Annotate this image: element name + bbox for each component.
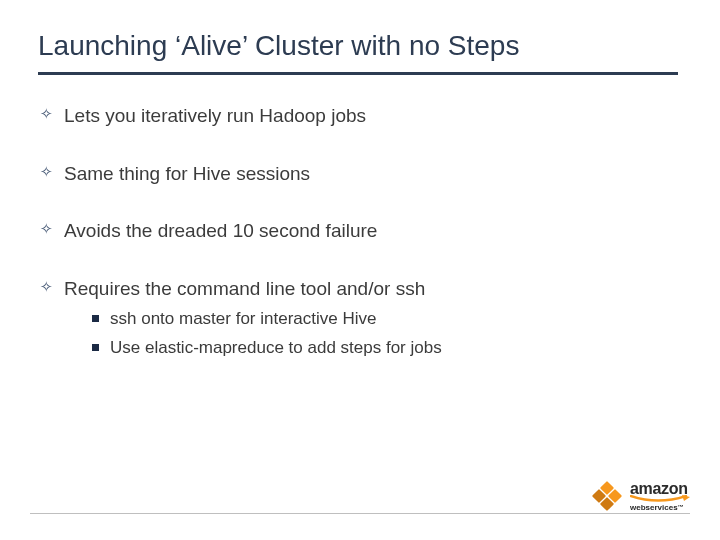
bullet-list: Lets you iteratively run Hadoop jobs Sam…	[38, 103, 690, 359]
aws-logo-text: amazon webservices™	[630, 481, 692, 512]
slide: Launching ‘Alive’ Cluster with no Steps …	[0, 0, 720, 540]
aws-cubes-icon	[590, 483, 624, 511]
list-item: Avoids the dreaded 10 second failure	[40, 218, 678, 244]
aws-logo-subbrand: webservices™	[630, 504, 692, 512]
list-item: Requires the command line tool and/or ss…	[40, 276, 678, 360]
title-underline	[38, 72, 678, 75]
footer-divider	[30, 513, 690, 514]
aws-smile-icon	[630, 495, 692, 503]
list-item-text: Requires the command line tool and/or ss…	[64, 278, 425, 299]
sub-list-item: ssh onto master for interactive Hive	[90, 308, 678, 331]
list-item: Same thing for Hive sessions	[40, 161, 678, 187]
page-title: Launching ‘Alive’ Cluster with no Steps	[38, 30, 690, 62]
sub-list-item: Use elastic-mapreduce to add steps for j…	[90, 337, 678, 360]
sub-list-item-text: ssh onto master for interactive Hive	[110, 309, 376, 328]
aws-logo: amazon webservices™	[590, 481, 692, 512]
sub-list-item-text: Use elastic-mapreduce to add steps for j…	[110, 338, 442, 357]
sub-list: ssh onto master for interactive Hive Use…	[64, 302, 678, 360]
list-item-text: Lets you iteratively run Hadoop jobs	[64, 105, 366, 126]
list-item-text: Avoids the dreaded 10 second failure	[64, 220, 377, 241]
list-item-text: Same thing for Hive sessions	[64, 163, 310, 184]
aws-logo-tm: ™	[678, 504, 684, 510]
list-item: Lets you iteratively run Hadoop jobs	[40, 103, 678, 129]
aws-logo-subtext: webservices	[630, 503, 678, 512]
